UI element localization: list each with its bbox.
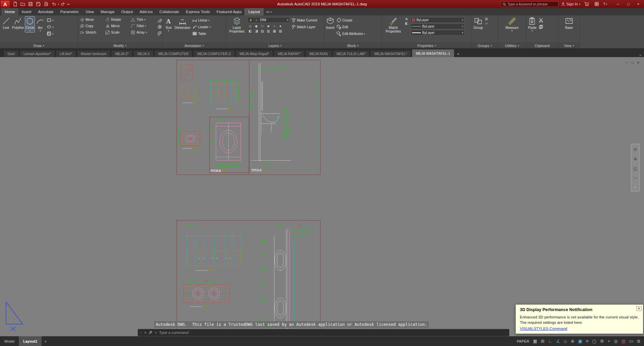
annotation-monitor-icon[interactable]: + — [608, 339, 610, 343]
layout1-tab[interactable]: Layout1 — [19, 336, 42, 346]
edit-attributes-button[interactable]: Edit Attributes▾ — [336, 31, 366, 37]
match-properties-button[interactable]: Match Properties — [383, 16, 403, 34]
ribbon-tab-addins[interactable]: Add-ins — [136, 8, 156, 15]
file-tab-active[interactable]: MEJA WASHTAFEL-1 — [412, 49, 454, 57]
visualstyles-command-link[interactable]: VISUALSTYLES Command — [520, 327, 567, 331]
orbit-icon[interactable]: ◠ — [634, 176, 637, 181]
lineweight-combo[interactable]: ByLayer ▾ — [411, 30, 464, 36]
minimize-button[interactable]: ─ — [613, 0, 623, 8]
new-layout-button[interactable]: + — [42, 339, 49, 343]
layer-properties-button[interactable]: Layer Properties — [228, 16, 246, 34]
modify-panel-label[interactable]: Modify▾ — [78, 43, 162, 48]
layer-tool-icon[interactable]: ◧ — [248, 29, 252, 33]
cut-button[interactable] — [538, 17, 544, 23]
polyline-button[interactable]: Polyline — [12, 16, 24, 30]
customization-icon[interactable]: ≣ — [637, 339, 641, 343]
application-menu-button[interactable]: A — [1, 1, 10, 8]
ortho-mode-icon[interactable]: ∟ — [548, 339, 552, 343]
ribbon-display-toggle[interactable]: ▭ ▾ — [263, 8, 274, 15]
groups-panel-label[interactable]: Groups▾ — [472, 43, 498, 48]
rotate-button[interactable]: Rotate — [105, 17, 130, 23]
maximize-button[interactable]: □ — [623, 0, 633, 8]
hatch-button[interactable]: ▾ — [46, 31, 54, 37]
circle-button[interactable]: Circle ▾ — [25, 16, 35, 32]
file-tab[interactable]: MEJA Meja Rapat* — [236, 50, 273, 57]
array-button[interactable]: Array▾ — [130, 30, 156, 36]
ribbon-tab-manage[interactable]: Manage — [97, 8, 118, 15]
object-color-combo[interactable]: ByLayer ▾ — [411, 17, 464, 23]
file-tab[interactable]: MEJA 3 — [133, 50, 153, 57]
group-button[interactable]: Group — [473, 16, 483, 30]
layers-panel-label[interactable]: Layers▾ — [226, 43, 324, 48]
help-caret-icon[interactable]: ▾ — [606, 3, 607, 5]
rectangle-button[interactable]: ▾ — [46, 17, 54, 23]
mirror-button[interactable]: Mirror — [105, 23, 130, 29]
block-panel-label[interactable]: Block▾ — [324, 43, 382, 48]
scale-button[interactable]: Scale — [105, 30, 130, 36]
ribbon-tab-home[interactable]: Home — [1, 8, 18, 15]
ribbon-tab-output[interactable]: Output — [118, 8, 136, 15]
navigation-wheel-icon[interactable]: ◎ — [634, 147, 637, 152]
command-close-icon[interactable]: × — [144, 331, 146, 335]
isolate-objects-icon[interactable]: ◎ — [614, 339, 617, 343]
undo-button[interactable] — [50, 1, 57, 7]
edit-block-button[interactable]: Edit — [336, 24, 366, 30]
draw-panel-label[interactable]: Draw▾ — [0, 43, 78, 48]
utilities-panel-label[interactable]: Utilities▾ — [498, 43, 526, 48]
workspace-gear-icon[interactable]: ⚙ — [600, 339, 604, 343]
file-tabs-overflow-icon[interactable]: » — [639, 53, 644, 57]
properties-tool-icon[interactable]: ≣ — [404, 17, 409, 21]
infocenter-search[interactable] — [501, 1, 558, 7]
file-tab[interactable]: Lift Are* — [56, 50, 76, 57]
navbar-more-icon[interactable]: ▾ — [635, 186, 636, 188]
saveas-button[interactable] — [35, 1, 42, 7]
file-tab[interactable]: Master bedroom — [77, 50, 110, 57]
erase-button[interactable] — [157, 17, 163, 23]
file-tab[interactable]: MEJA COMPUTER-2 — [193, 50, 235, 57]
ribbon-tab-parametric[interactable]: Parametric — [57, 8, 83, 15]
paper-space-button[interactable]: PAPER — [517, 339, 529, 343]
drawing-canvas[interactable]: ─ □ × — [0, 57, 644, 336]
trim-button[interactable]: Trim▾ — [130, 17, 156, 23]
leader-button[interactable]: Leader▾ — [192, 24, 211, 30]
drawing-close-icon[interactable]: × — [637, 60, 639, 64]
table-button[interactable]: Table — [192, 31, 211, 37]
layer-tool-icon[interactable]: ▧ — [278, 29, 283, 33]
layer-tool-icon[interactable]: ▦ — [272, 29, 277, 33]
arc-button[interactable]: Arc ▾ — [36, 16, 45, 32]
properties-panel-label[interactable]: Properties▾ — [382, 43, 472, 48]
make-current-button[interactable]: Make Current — [291, 17, 323, 23]
file-tab[interactable]: MEJA COMPUTER — [154, 50, 193, 57]
layer-tool-icon[interactable]: ■ — [266, 24, 270, 28]
explode-button[interactable] — [157, 24, 163, 30]
undo-caret-icon[interactable]: ▾ — [58, 3, 59, 5]
create-block-button[interactable]: Create — [336, 17, 366, 23]
layer-tool-icon[interactable]: □ — [260, 24, 264, 28]
new-button[interactable] — [11, 1, 19, 7]
lineweight-icon[interactable]: ≡ — [586, 339, 589, 343]
object-snap-tracking-icon[interactable]: ⊕ — [571, 339, 575, 343]
layer-tool-icon[interactable]: ○ — [272, 24, 277, 28]
dimension-button[interactable]: Dimension — [174, 16, 191, 30]
pan-icon[interactable]: ⊕ — [634, 157, 637, 161]
isodraft-icon[interactable]: ◇ — [564, 339, 567, 343]
graphics-performance-icon[interactable]: ▥ — [622, 339, 626, 343]
layer-tool-icon[interactable]: ◆ — [254, 24, 258, 28]
ribbon-tab-express-tools[interactable]: Express Tools — [183, 8, 213, 15]
grid-display-icon[interactable]: ▦ — [533, 339, 537, 343]
layer-tool-icon[interactable]: ▤ — [260, 29, 264, 33]
layout-sheet-top[interactable]: POT.B-B POT.A-A — [177, 60, 320, 175]
snap-mode-icon[interactable]: ⊞ — [541, 339, 545, 343]
move-button[interactable]: Move — [79, 17, 105, 23]
file-tab[interactable]: MEJA RIAS — [305, 50, 332, 57]
file-tab-start[interactable]: Start — [3, 50, 19, 57]
file-tab[interactable]: MEJA RAPAT* — [274, 50, 305, 57]
layer-tool-icon[interactable]: ● — [278, 24, 283, 28]
layer-tool-icon[interactable]: ◨ — [254, 29, 258, 33]
search-input[interactable] — [507, 2, 557, 6]
drawing-restore-icon[interactable]: □ — [632, 60, 634, 64]
help-icon[interactable]: ? — [603, 2, 605, 6]
view-panel-label[interactable]: View▾ — [558, 43, 580, 48]
fillet-button[interactable]: Fillet▾ — [130, 23, 156, 29]
ribbon-tab-annotate[interactable]: Annotate — [35, 8, 57, 15]
